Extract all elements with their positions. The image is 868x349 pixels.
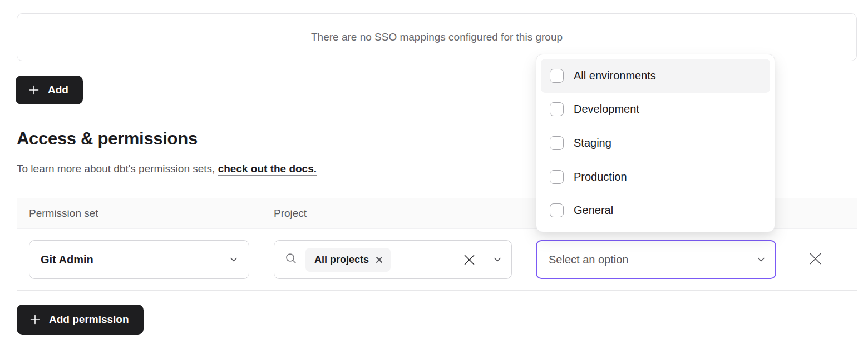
search-icon (284, 252, 298, 267)
plus-icon (29, 313, 41, 326)
project-tag: All projects (305, 248, 391, 272)
clear-selection-icon[interactable] (463, 253, 476, 266)
add-permission-button[interactable]: Add permission (17, 305, 144, 335)
permission-set-select[interactable]: Git Admin (29, 240, 249, 279)
docs-link[interactable]: check out the docs. (218, 163, 317, 174)
checkbox-all-environments[interactable] (550, 69, 564, 83)
option-label: All environments (574, 69, 656, 82)
dropdown-option-production[interactable]: Production (541, 160, 770, 194)
environment-placeholder: Select an option (549, 253, 756, 266)
chevron-down-icon (492, 255, 502, 265)
option-label: Staging (574, 137, 611, 149)
chevron-down-icon (756, 255, 766, 265)
project-multiselect[interactable]: All projects (274, 240, 512, 279)
close-icon (808, 251, 823, 268)
project-tag-label: All projects (314, 254, 369, 266)
column-header-permission-set: Permission set (29, 198, 98, 228)
add-sso-mapping-button[interactable]: Add (16, 76, 83, 104)
chevron-down-icon (229, 255, 239, 265)
dropdown-option-all-environments[interactable]: All environments (541, 59, 770, 93)
checkbox-production[interactable] (550, 170, 564, 184)
checkbox-general[interactable] (550, 203, 564, 217)
tag-remove-icon[interactable] (376, 256, 383, 263)
dropdown-option-general[interactable]: General (541, 193, 770, 227)
add-button-label: Add (48, 84, 68, 96)
dropdown-option-staging[interactable]: Staging (541, 126, 770, 160)
permission-row: Git Admin All projects (17, 229, 857, 291)
sso-empty-message: There are no SSO mappings configured for… (311, 31, 563, 43)
option-label: General (574, 204, 613, 217)
checkbox-staging[interactable] (550, 136, 564, 150)
subtitle-text: To learn more about dbt's permission set… (17, 163, 215, 174)
plus-icon (28, 84, 40, 96)
checkbox-development[interactable] (550, 102, 564, 116)
section-subtitle: To learn more about dbt's permission set… (17, 163, 317, 175)
add-permission-label: Add permission (49, 313, 129, 326)
dropdown-option-development[interactable]: Development (541, 93, 770, 127)
column-header-project: Project (274, 198, 307, 228)
option-label: Development (574, 103, 639, 116)
permission-set-value: Git Admin (41, 253, 229, 266)
group-settings-page: There are no SSO mappings configured for… (0, 0, 868, 349)
page-title: Access & permissions (17, 129, 198, 149)
remove-permission-button[interactable] (804, 248, 826, 271)
environment-select[interactable]: Select an option (536, 240, 776, 279)
environment-dropdown-menu: All environments Development Staging Pro… (536, 54, 775, 232)
option-label: Production (574, 171, 627, 183)
